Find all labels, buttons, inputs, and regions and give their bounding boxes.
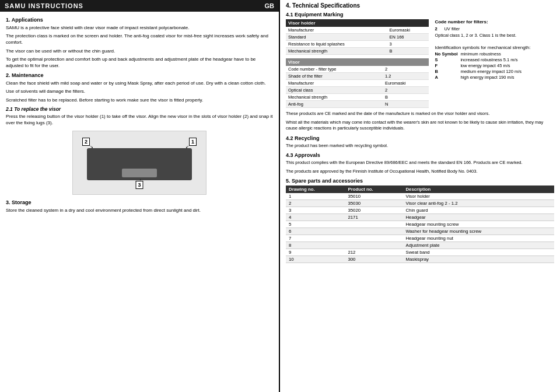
row-value: EN 166: [387, 34, 429, 41]
spare-col-drawing: Drawing no.: [286, 186, 345, 193]
spare-parts-title: 5. Spare parts and accessories: [286, 178, 554, 184]
symbol-desc: minimum robustness: [460, 51, 501, 57]
product-no: [345, 242, 402, 249]
visor-holder-header: Visor holder: [286, 19, 429, 27]
drawing-no: 6: [286, 228, 345, 235]
list-item: Ahigh energy impact 190 m/s: [435, 75, 554, 80]
table-row: 235030Visor clear anti-fog 2 - 1.2: [286, 200, 554, 207]
right-info: Code number for filters: 2 UV filter Opt…: [435, 19, 554, 108]
table-row: Anti-fogN: [286, 101, 429, 108]
maintenance-para-3: Scratched filter has to be replaced. Bef…: [6, 97, 273, 103]
section-maintenance-title: 2. Maintenance: [6, 72, 273, 78]
visor-image: 2 1 3 ↘ ↙ ↑: [72, 131, 206, 195]
row-value: 1.2: [383, 73, 429, 80]
row-name: Code number - filter type: [286, 66, 383, 73]
symbol-label: A: [435, 75, 458, 80]
ce-text: These products are CE marked and the dat…: [286, 111, 554, 117]
recycling-text: The product has been marked with recycli…: [286, 143, 554, 149]
product-no: 35020: [345, 207, 402, 214]
visor-table: Visor Code number - filter type2Shade of…: [286, 58, 429, 108]
table-row: Mechanical strengthB: [286, 48, 429, 55]
product-no: 35010: [345, 193, 402, 200]
applications-para-3: The visor can be used with or without th…: [6, 48, 273, 54]
visor-holder-table: Visor holder ManufacturerEuromaskiStanda…: [286, 19, 429, 55]
description: Sweat band: [402, 249, 554, 256]
product-no: 2171: [345, 214, 402, 221]
drawing-no: 4: [286, 214, 345, 221]
row-name: Mechanical strength: [286, 94, 383, 101]
row-value: 2: [383, 87, 429, 94]
spare-col-desc: Description: [402, 186, 554, 193]
storage-para-1: Store the cleaned system in a dry and co…: [6, 207, 273, 214]
country-code: GB: [265, 2, 275, 9]
description: Visor holder: [402, 193, 554, 200]
left-content: 1. Applications SAMU is a protective fac…: [0, 12, 279, 219]
product-no: [345, 228, 402, 235]
equip-marking-header: 4.1 Equipment Marking: [286, 12, 554, 18]
table-row: 8Adjustment plate: [286, 242, 554, 249]
list-item: Sincreased robustness 5.1 m/s: [435, 57, 554, 62]
applications-para-1: SAMU is a protective face shield with cl…: [6, 24, 273, 31]
symbol-desc: increased robustness 5.1 m/s: [460, 57, 517, 62]
list-item: Bmedium energy impact 120 m/s: [435, 69, 554, 74]
table-row: 42171Headgear: [286, 214, 554, 221]
row-name: Manufacturer: [286, 80, 383, 87]
equipment-marking-tables: Visor holder ManufacturerEuromaskiStanda…: [286, 19, 554, 108]
row-value: 3: [387, 41, 429, 48]
page-title: SAMU INSTRUCTIONS: [5, 2, 83, 9]
table-row: Resistance to liquid splashes3: [286, 41, 429, 48]
cf-desc-2: Optical class 1, 2 or 3. Class 1 is the …: [435, 33, 516, 38]
table-row: 5Headgear mounting screw: [286, 221, 554, 228]
row-name: Resistance to liquid splashes: [286, 41, 387, 48]
table-row: Optical class2: [286, 87, 429, 94]
cf-row-2: Optical class 1, 2 or 3. Class 1 is the …: [435, 33, 554, 38]
description: Headgear mounting nut: [402, 235, 554, 242]
ident-symbols: Identification symbols for mechanical st…: [435, 45, 554, 80]
row-name: Manufacturer: [286, 27, 387, 34]
table-row: 10300Maskispray: [286, 256, 554, 263]
cf-row-1: 2 UV filter: [435, 26, 554, 32]
symbol-label: F: [435, 63, 458, 68]
code-filters-title: Code number for filters:: [435, 19, 554, 24]
image-label-2: 2: [82, 138, 90, 146]
left-tables: Visor holder ManufacturerEuromaskiStanda…: [286, 19, 429, 108]
image-label-3: 3: [135, 181, 143, 189]
table-row: StandardEN 166: [286, 34, 429, 41]
table-row: 6Washer for headgear mounting screw: [286, 228, 554, 235]
header-bar: SAMU INSTRUCTIONS GB: [0, 0, 279, 12]
section-replace-visor-title: 2.1 To replace the visor: [6, 106, 273, 112]
cf-desc-1: UV filter: [444, 26, 460, 32]
product-no: 212: [345, 249, 402, 256]
product-no: 300: [345, 256, 402, 263]
table-row: 9212Sweat band: [286, 249, 554, 256]
table-row: ManufacturerEuromaski: [286, 27, 429, 34]
row-value: B: [387, 48, 429, 55]
table-row: Code number - filter type2: [286, 66, 429, 73]
drawing-no: 5: [286, 221, 345, 228]
list-item: Flow energy impact 45 m/s: [435, 63, 554, 68]
left-column: SAMU INSTRUCTIONS GB 1. Applications SAM…: [0, 0, 280, 392]
list-item: No Symbolminimum robustness: [435, 51, 554, 57]
right-column: 4. Technical Specifications 4.1 Equipmen…: [280, 0, 560, 392]
symbol-label: S: [435, 57, 458, 62]
section-applications-title: 1. Applications: [6, 17, 273, 23]
product-no: 35030: [345, 200, 402, 207]
code-filters: Code number for filters: 2 UV filter Opt…: [435, 19, 554, 38]
description: Washer for headgear mounting screw: [402, 228, 554, 235]
applications-para-2: The protection class is marked on the sc…: [6, 33, 273, 46]
symbol-desc: medium energy impact 120 m/s: [460, 69, 522, 74]
table-row: Mechanical strengthB: [286, 94, 429, 101]
row-name: Shade of the filter: [286, 73, 383, 80]
whist-text: Whist all the materials which may come i…: [286, 120, 554, 132]
row-value: Euromaski: [383, 80, 429, 87]
drawing-no: 3: [286, 207, 345, 214]
row-name: Standard: [286, 34, 387, 41]
tech-specs-header: 4. Technical Specifications: [286, 2, 554, 9]
symbol-desc: high energy impact 190 m/s: [460, 75, 514, 80]
spare-col-product: Product no.: [345, 186, 402, 193]
description: Headgear: [402, 214, 554, 221]
description: Adjustment plate: [402, 242, 554, 249]
product-no: [345, 221, 402, 228]
description: Maskispray: [402, 256, 554, 263]
approvals-para-1: This product complies with the European …: [286, 160, 554, 166]
